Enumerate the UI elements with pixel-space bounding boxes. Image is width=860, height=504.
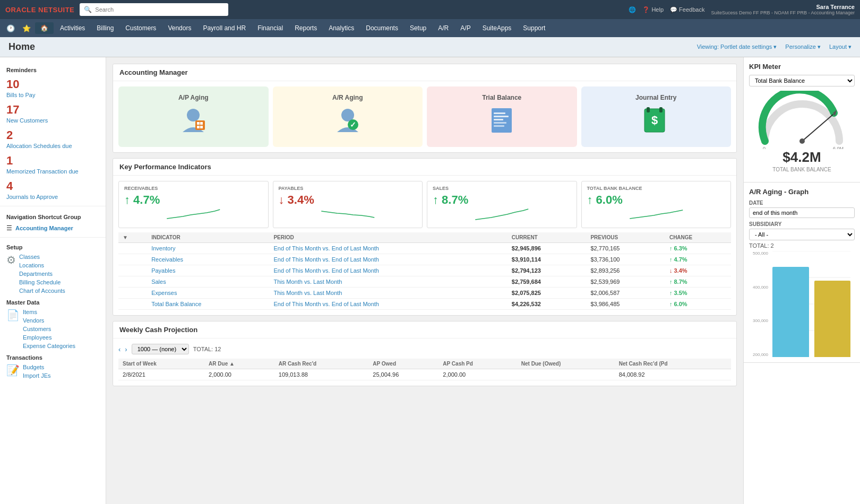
nav-item-analytics[interactable]: Analytics	[323, 22, 359, 34]
nav-item-payroll[interactable]: Payroll and HR	[197, 22, 251, 34]
kpi-td-indicator[interactable]: Total Bank Balance	[147, 299, 269, 310]
nav-item-reports[interactable]: Reports	[289, 22, 322, 34]
am-tile-trial-balance[interactable]: Trial Balance	[427, 86, 577, 147]
nav-item-financial[interactable]: Financial	[252, 22, 288, 34]
nav-item-billing[interactable]: Billing	[91, 22, 119, 34]
wcp-td-ar-cash: 109,013.88	[274, 369, 368, 380]
svg-text:✓: ✓	[350, 120, 356, 129]
reminder-count-memorized: 1	[6, 154, 99, 168]
reminder-count-journals: 4	[6, 179, 99, 193]
md-link-customers[interactable]: Customers	[23, 325, 82, 333]
nav-item-support[interactable]: Support	[518, 22, 551, 34]
logo: ORACLE NETSUITE	[5, 6, 74, 14]
nav-item-ar[interactable]: A/R	[433, 22, 454, 34]
kpi-td-indicator[interactable]: Inventory	[147, 243, 269, 254]
wcp-next[interactable]: ›	[125, 345, 127, 353]
sparkline-payables	[279, 207, 417, 222]
user-info: Sara Terrance SuiteSucess Demo FF PRB - …	[711, 4, 855, 15]
ar-aging-date-input[interactable]	[749, 207, 855, 218]
md-link-employees[interactable]: Employees	[23, 333, 82, 342]
star-icon[interactable]: ⭐	[19, 22, 34, 34]
gauge-container: 0 6.0M $4.2M TOTAL BANK BALANCE	[749, 86, 855, 177]
kpi-meter-select[interactable]: Total Bank Balance	[749, 75, 855, 86]
ar-aging-subsidiary-select[interactable]: - All -	[749, 229, 855, 240]
setup-link-chart[interactable]: Chart of Accounts	[19, 286, 72, 295]
kpi-td-empty	[118, 276, 147, 288]
wcp-th-ap-owed: AP Owed	[368, 359, 438, 369]
setup-links: Classes Locations Departments Billing Sc…	[19, 253, 72, 295]
kpi-td-previous: $2,893,256	[586, 265, 665, 276]
kpi-td-period[interactable]: End of This Month vs. End of Last Month	[269, 265, 507, 276]
svg-rect-5	[200, 126, 203, 128]
nav-item-documents[interactable]: Documents	[360, 22, 403, 34]
svg-rect-18	[659, 107, 663, 112]
kpi-td-current: $4,226,532	[508, 299, 587, 310]
setup-link-classes[interactable]: Classes	[19, 253, 72, 261]
globe-icon[interactable]: 🌐	[629, 6, 636, 13]
nav-item-ap[interactable]: A/P	[455, 22, 476, 34]
bar-area	[772, 251, 850, 357]
reminder-label-journals[interactable]: Journals to Approve	[6, 194, 58, 200]
nav-item-setup[interactable]: Setup	[405, 22, 432, 34]
transactions-title: Transactions	[0, 351, 106, 362]
help-icon[interactable]: ❓ Help	[642, 6, 664, 13]
tx-link-budgets[interactable]: Budgets	[23, 363, 57, 371]
accounting-manager-portlet: Accounting Manager A/P Aging	[113, 64, 737, 153]
md-link-vendors[interactable]: Vendors	[23, 316, 82, 325]
history-icon[interactable]: 🕐	[3, 22, 18, 34]
svg-rect-4	[197, 126, 200, 128]
nav-item-customers[interactable]: Customers	[120, 22, 161, 34]
home-icon[interactable]: 🏠	[35, 22, 54, 34]
kpi-td-indicator[interactable]: Payables	[147, 265, 269, 276]
wcp-td-net-due	[517, 369, 615, 380]
tx-link-import[interactable]: Import JEs	[23, 371, 57, 380]
nav-item-activities[interactable]: Activities	[55, 22, 90, 34]
accounting-manager-nav[interactable]: ☰ Accounting Manager	[0, 222, 106, 234]
kpi-td-period[interactable]: End of This Month vs. End of Last Month	[269, 243, 507, 254]
feedback-icon[interactable]: 💬 Feedback	[670, 6, 704, 13]
svg-line-20	[802, 115, 833, 141]
reminder-label-memorized[interactable]: Memorized Transaction due	[6, 168, 79, 175]
kpi-td-period[interactable]: This Month vs. Last Month	[269, 276, 507, 288]
viewing-portlet-action[interactable]: Viewing: Portlet date settings ▾	[697, 44, 777, 50]
kpi-td-change: ↑ 8.7%	[665, 276, 731, 288]
am-tile-journal-entry[interactable]: Journal Entry $	[581, 86, 732, 147]
am-tile-ar-aging[interactable]: A/R Aging ✓	[273, 86, 423, 147]
layout-action[interactable]: Layout ▾	[829, 44, 852, 50]
main-content: Accounting Manager A/P Aging	[106, 57, 743, 504]
reminder-count-bills: 10	[6, 77, 99, 91]
personalize-action[interactable]: Personalize ▾	[785, 44, 821, 50]
kpi-td-change: ↑ 4.7%	[665, 254, 731, 265]
wcp-selector[interactable]: 1000 — (none)	[132, 344, 189, 354]
wcp-row: 2/8/2021 2,000.00 109,013.88 25,004.96 2…	[118, 369, 731, 380]
wcp-prev[interactable]: ‹	[118, 345, 121, 353]
reminder-item-customers: 17 New Customers	[0, 101, 106, 126]
wcp-td-ap-cash: 2,000.00	[438, 369, 517, 380]
kpi-value-receivables: ↑ 4.7%	[124, 193, 263, 207]
kpi-table-row: Total Bank Balance End of This Month vs.…	[118, 299, 731, 310]
setup-link-billing[interactable]: Billing Schedule	[19, 278, 72, 286]
wcp-controls: ‹ › 1000 — (none) TOTAL: 12	[118, 344, 731, 354]
svg-rect-3	[200, 122, 203, 125]
nav-item-vendors[interactable]: Vendors	[162, 22, 196, 34]
kpi-portlet-body: RECEIVABLES ↑ 4.7% PAYABLES ↓ 3.4%	[113, 176, 736, 315]
reminder-label-bills[interactable]: Bills to Pay	[6, 92, 35, 98]
am-tile-ap-aging[interactable]: A/P Aging	[118, 86, 269, 147]
md-link-items[interactable]: Items	[23, 308, 82, 316]
kpi-td-period[interactable]: End of This Month vs. End of Last Month	[269, 254, 507, 265]
kpi-td-indicator[interactable]: Sales	[147, 276, 269, 288]
nav-item-suiteapps[interactable]: SuiteApps	[477, 22, 517, 34]
kpi-td-period[interactable]: This Month vs. Last Month	[269, 288, 507, 299]
reminder-label-allocation[interactable]: Allocation Schedules due	[6, 143, 72, 149]
setup-link-departments[interactable]: Departments	[19, 270, 72, 278]
kpi-table: ▼ INDICATOR PERIOD CURRENT PREVIOUS CHAN…	[118, 232, 731, 310]
search-input[interactable]	[95, 6, 224, 13]
kpi-th-sort[interactable]: ▼	[118, 232, 147, 243]
md-link-expenses[interactable]: Expense Categories	[23, 342, 82, 350]
setup-link-locations[interactable]: Locations	[19, 261, 72, 270]
reminder-label-customers[interactable]: New Customers	[6, 117, 48, 124]
kpi-td-indicator[interactable]: Receivables	[147, 254, 269, 265]
kpi-td-period[interactable]: End of This Month vs. End of Last Month	[269, 299, 507, 310]
kpi-td-indicator[interactable]: Expenses	[147, 288, 269, 299]
transactions-links: Budgets Import JEs	[23, 363, 57, 380]
